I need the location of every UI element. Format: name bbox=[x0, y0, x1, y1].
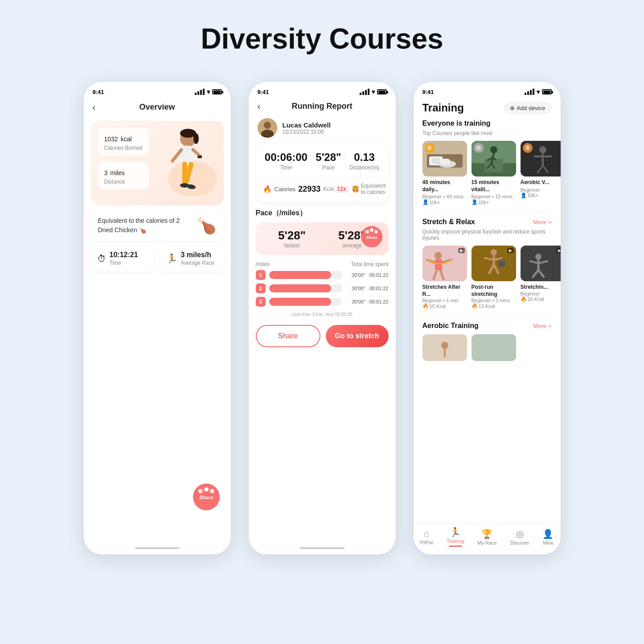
pace-title: Pace（/miles） bbox=[256, 209, 389, 218]
battery-icon-2 bbox=[377, 89, 387, 94]
divider-sections bbox=[422, 211, 552, 212]
back-button[interactable]: ‹ bbox=[93, 102, 96, 112]
phones-container: 9:41 ▾ ‹ Overview 1032 kcal bbox=[0, 82, 644, 554]
cal-right: 12x 🍔 Equivalent to calories bbox=[334, 183, 386, 195]
back-button-2[interactable]: ‹ bbox=[258, 101, 261, 111]
svg-point-18 bbox=[264, 122, 271, 129]
home-indicator-2 bbox=[300, 547, 345, 549]
user-info-section: Lucas Caldwell 12/23/2022 15:00 bbox=[249, 115, 396, 144]
course-name-2: 15 minutes vitalit... bbox=[472, 179, 516, 193]
stretch-card-1[interactable]: ▶ Stretches After R... Beginner • 1 min … bbox=[422, 246, 467, 309]
miles-row-3: 3 30'00" 00:01:22 bbox=[256, 297, 389, 307]
fire-icon: 🔥 bbox=[263, 185, 272, 193]
miles-time-2: 30'00" bbox=[346, 286, 365, 291]
svg-point-23 bbox=[370, 228, 373, 232]
time-3: 9:41 bbox=[422, 89, 434, 95]
course-meta-2: Beginner • 15 mins bbox=[472, 194, 516, 199]
add-device-button[interactable]: ⊕ Add device bbox=[504, 102, 551, 114]
course-card-2[interactable]: ② 15 minutes vitalit... Beginner • 15 mi… bbox=[472, 141, 516, 205]
signal-icon-3 bbox=[525, 89, 534, 95]
wifi-icon: ▾ bbox=[207, 88, 210, 95]
home-icon: ⌂ bbox=[424, 529, 429, 539]
miles-header-right: Total time spent bbox=[351, 261, 388, 267]
svg-rect-30 bbox=[440, 159, 450, 165]
user-date: 12/23/2022 15:00 bbox=[283, 129, 331, 135]
nav-discover-label: Discover bbox=[510, 540, 529, 546]
course-meta-3: Beginner bbox=[521, 187, 561, 193]
phone-training: 9:41 ▾ Training ⊕ Add device Everyone is… bbox=[414, 82, 561, 554]
share-button[interactable]: Share bbox=[256, 325, 320, 347]
battery-icon bbox=[212, 89, 222, 94]
chicken-icon: 🍗 bbox=[197, 216, 217, 235]
pace-stat-box: 🏃 3 miles/h Average Pace bbox=[160, 246, 224, 271]
section1-subtitle: Top Courses people like most bbox=[414, 130, 561, 136]
svg-point-70 bbox=[441, 342, 448, 349]
video-badge-1: ▶ bbox=[458, 248, 465, 253]
svg-text:Share: Share bbox=[199, 495, 213, 500]
course-card-3[interactable]: ③ Aerobic V... Beginner 👤10k+ bbox=[521, 141, 561, 205]
svg-point-24 bbox=[374, 230, 378, 234]
stretch-card-2[interactable]: ▶ Post-run stretching Beginner • 3 mins … bbox=[472, 246, 516, 309]
battery-icon-3 bbox=[542, 89, 552, 94]
miles-badge-2: 2 bbox=[256, 283, 266, 293]
stretch-name-3: Stretchin... bbox=[521, 284, 561, 291]
svg-rect-72 bbox=[472, 334, 516, 361]
distance-label: Distance bbox=[104, 179, 143, 185]
video-badge-3: ▶ bbox=[556, 248, 561, 253]
training-title: Training bbox=[422, 102, 464, 114]
miles-bar-3 bbox=[269, 298, 331, 306]
stretch-kcal-3: 🔥16 Kcal bbox=[521, 296, 561, 302]
miles-section: /miles Total time spent 1 30'00" 00:01:2… bbox=[256, 261, 389, 319]
section1-title-row: Everyone is training bbox=[414, 119, 561, 130]
pace-icon: 🏃 bbox=[166, 253, 177, 264]
section2-more[interactable]: More > bbox=[533, 219, 552, 226]
calories-row: 🔥 Calories 22933 Kcal 12x 🍔 Equivalent t… bbox=[263, 177, 381, 195]
stretch-card-3[interactable]: ▶ Stretchin... Beginner 🔥16 Kcal bbox=[521, 246, 561, 309]
hero-stats: 1032 kcal Calories Burned 3 miles Distan… bbox=[98, 128, 149, 198]
section2-title-row: Stretch & Relax More > bbox=[414, 218, 561, 229]
nav-myrace[interactable]: 🏆 My Race bbox=[477, 529, 496, 546]
distance-value: 3 miles bbox=[104, 166, 143, 178]
nav-mine[interactable]: 👤 Mine bbox=[542, 529, 554, 546]
miles-bar-container-2 bbox=[269, 284, 342, 292]
miles-pace-3: 00:01:22 bbox=[369, 299, 389, 304]
overview-hero-card: 1032 kcal Calories Burned 3 miles Distan… bbox=[91, 121, 224, 205]
course-card-1[interactable]: ① 40 minutes daily... Beginner • 40 mins… bbox=[422, 141, 467, 205]
course-users-3: 👤10k+ bbox=[521, 193, 561, 198]
distance-box: 3 miles Distance bbox=[98, 162, 149, 189]
go-to-stretch-button[interactable]: Go to stretch bbox=[326, 325, 389, 347]
section3-title: Aerobic Training bbox=[422, 322, 479, 330]
running-report-title: Running Report bbox=[292, 102, 353, 111]
run-pace-stat: 5'28" Pace bbox=[316, 151, 341, 171]
pace-fastest-value: 5'28" bbox=[278, 229, 306, 242]
phone-running-report: 9:41 ▾ ‹ Running Report bbox=[249, 82, 396, 554]
status-bar-1: 9:41 ▾ bbox=[84, 82, 231, 98]
stretch-name-2: Post-run stretching bbox=[472, 284, 516, 298]
miles-badge-3: 3 bbox=[256, 297, 266, 307]
cal-left: 🔥 Calories 22933 Kcal bbox=[263, 185, 334, 194]
svg-rect-61 bbox=[500, 259, 504, 262]
section3-title-row: Aerobic Training More > bbox=[422, 322, 552, 330]
rank-badge-3: ③ bbox=[523, 143, 533, 153]
equivalent-text: Equivalent to the calories of 2 Dried Ch… bbox=[98, 216, 187, 235]
run-time-label: Time bbox=[265, 164, 308, 171]
miles-time-1: 30'00" bbox=[346, 272, 365, 278]
miles-badge-1: 1 bbox=[256, 270, 266, 280]
pace-section: Pace（/miles） 5'28" fastest 5'28" average… bbox=[256, 209, 389, 319]
nav-training[interactable]: 🏃 Training bbox=[447, 527, 464, 547]
status-bar-3: 9:41 ▾ bbox=[414, 82, 561, 98]
rank-badge-2: ② bbox=[474, 143, 484, 153]
stretch-meta-2: Beginner • 3 mins bbox=[472, 298, 516, 303]
nav-discover[interactable]: ◎ Discover bbox=[510, 529, 529, 546]
phone-overview: 9:41 ▾ ‹ Overview 1032 kcal bbox=[84, 82, 231, 554]
nav-pitpat[interactable]: ⌂ PitPat bbox=[420, 529, 433, 545]
run-pace-label: Pace bbox=[316, 164, 341, 171]
wifi-icon-3: ▾ bbox=[537, 88, 540, 95]
divider-2 bbox=[345, 153, 345, 169]
stretch-thumb-3: ▶ bbox=[521, 246, 561, 281]
pace-fastest-label: fastest bbox=[278, 242, 306, 249]
pace-highlight-card: 5'28" fastest 5'28" average Share bbox=[256, 222, 389, 255]
svg-point-41 bbox=[539, 146, 546, 153]
section3-more[interactable]: More > bbox=[533, 323, 552, 329]
run-pace-value: 5'28" bbox=[316, 151, 341, 164]
